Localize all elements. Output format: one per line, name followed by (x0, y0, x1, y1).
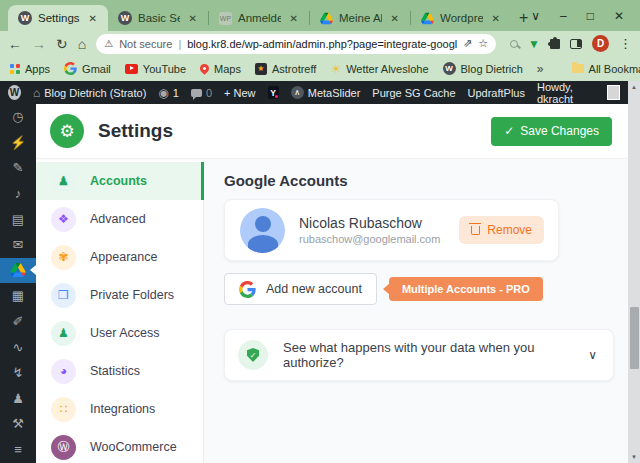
nav-item-woocommerce[interactable]: Ⓦ WooCommerce (36, 428, 203, 463)
sidebar-item-posts[interactable]: ✎ (0, 155, 36, 181)
add-account-label: Add new account (266, 282, 362, 296)
bookmark-apps[interactable]: Apps (10, 63, 50, 75)
sidebar-item-tools[interactable]: ⚒ (0, 411, 36, 437)
yoast-seo-icon[interactable]: Y (268, 86, 279, 99)
tab-anmelded[interactable]: WP Anmelded ✕ (209, 5, 309, 31)
nav-label: Statistics (90, 364, 140, 378)
bookmarks-overflow-icon[interactable]: » (537, 62, 544, 76)
account-avatar (240, 208, 285, 253)
close-tab-icon[interactable]: ✕ (388, 12, 402, 25)
scrollbar-thumb[interactable] (630, 307, 639, 369)
search-extension-icon[interactable] (510, 40, 518, 48)
google-drive-favicon-icon (421, 12, 434, 25)
back-icon[interactable]: ← (8, 36, 22, 52)
close-tab-icon[interactable]: ✕ (287, 12, 301, 25)
sidebar-item-forms[interactable]: ▦ (0, 283, 36, 309)
howdy-label: Howdy, dkracht (537, 81, 601, 105)
bookmark-youtube[interactable]: YouTube (125, 63, 186, 75)
nav-item-private-folders[interactable]: ❒ Private Folders (36, 276, 203, 314)
tab-title: Basic Setu (138, 12, 180, 24)
nav-item-appearance[interactable]: ✾ Appearance (36, 238, 203, 276)
close-tab-icon[interactable]: ✕ (186, 12, 200, 25)
extensions-puzzle-icon[interactable] (550, 39, 560, 49)
privacy-accordion[interactable]: ✓ See what happens with your data when y… (224, 329, 614, 381)
bookmark-maps[interactable]: Maps (200, 63, 241, 75)
browser-menu-icon[interactable]: ⋮ (619, 36, 632, 51)
nav-item-accounts[interactable]: ♟ Accounts (36, 162, 203, 200)
close-tab-icon[interactable]: ✕ (489, 12, 503, 25)
scroll-up-icon[interactable]: ▲ (631, 81, 637, 93)
close-tab-icon[interactable]: ✕ (86, 12, 100, 25)
tab-settings[interactable]: W Settings - ✕ (8, 5, 108, 31)
bookmarks-bar: Apps Gmail YouTube Maps ★ Astrotreff ☀ W… (0, 56, 640, 81)
sidebar-item-comments[interactable]: ✉ (0, 232, 36, 258)
sidebar-item-pages[interactable]: ▤ (0, 206, 36, 232)
sidebar-item-settings[interactable]: ≡ (0, 437, 36, 463)
home-icon[interactable]: ⌂ (78, 36, 86, 52)
adminbar-views[interactable]: ◉ 1 (158, 86, 179, 100)
side-panel-icon[interactable] (570, 39, 582, 49)
sidebar-item-performance[interactable]: ⚡ (0, 130, 36, 156)
nav-item-statistics[interactable]: ◕ Statistics (36, 352, 203, 390)
nav-item-user-access[interactable]: ♟ User Access (36, 314, 203, 352)
nav-item-integrations[interactable]: ∷ Integrations (36, 390, 203, 428)
apps-grid-icon (10, 64, 20, 74)
purge-cache-label: Purge SG Cache (372, 87, 455, 99)
forward-icon[interactable]: → (32, 36, 46, 52)
add-new-account-button[interactable]: Add new account (224, 273, 377, 305)
share-icon[interactable]: ⇗ (463, 37, 472, 50)
chevron-down-icon[interactable]: ∨ (588, 348, 597, 362)
close-window-button[interactable]: ✕ (614, 9, 624, 23)
sidebar-item-snippets[interactable]: ∿ (0, 334, 36, 360)
multiple-accounts-pro-badge[interactable]: Multiple Accounts - PRO (389, 277, 543, 301)
page-title: Settings (98, 120, 173, 142)
tab-search-icon[interactable]: ∨ (531, 9, 540, 23)
users-icon: ♟ (51, 321, 76, 346)
browser-toolbar: ← → ↻ ⌂ ⚠ Not secure | blog.kr8.de/wp-ad… (0, 31, 640, 56)
scroll-down-icon[interactable]: ▼ (631, 451, 637, 463)
save-changes-button[interactable]: ✓ Save Changes (491, 117, 612, 146)
remove-account-button[interactable]: Remove (459, 216, 544, 244)
tab-basic-setup[interactable]: W Basic Setu ✕ (108, 5, 208, 31)
sidebar-item-plugins[interactable]: ↯ (0, 360, 36, 386)
download-extension-icon[interactable]: ▼ (528, 37, 540, 51)
sidebar-item-dashboard[interactable]: ◷ (0, 104, 36, 130)
privacy-question: See what happens with your data when you… (283, 340, 573, 370)
sidebar-item-media[interactable]: ♪ (0, 181, 36, 207)
page-scrollbar[interactable]: ▲ ▼ (628, 81, 640, 463)
address-bar[interactable]: ⚠ Not secure | blog.kr8.de/wp-admin/admi… (96, 34, 496, 54)
sidebar-item-appearance[interactable]: ✐ (0, 309, 36, 335)
tab-meine-ablage[interactable]: Meine Ab ✕ (310, 5, 410, 31)
bookmark-wetter[interactable]: ☀ Wetter Alveslohe (330, 62, 428, 76)
nav-item-advanced[interactable]: ❖ Advanced (36, 200, 203, 238)
adminbar-metaslider[interactable]: ∧ MetaSlider (291, 86, 361, 99)
adminbar-site-link[interactable]: ⌂ Blog Dietrich (Strato) (33, 86, 146, 100)
profile-avatar[interactable]: D (592, 35, 609, 52)
new-label: + New (224, 87, 256, 99)
bookmark-astrotreff[interactable]: ★ Astrotreff (255, 63, 316, 75)
all-bookmarks-button[interactable]: All Bookmarks (572, 63, 640, 75)
minimize-button[interactable]: – (560, 9, 567, 23)
nav-label: Appearance (90, 250, 157, 264)
settings-content: Google Accounts Nicolas Rubaschow rubasc… (204, 160, 628, 463)
eye-icon: ◉ (158, 86, 168, 100)
bookmark-star-icon[interactable]: ☆ (478, 37, 488, 50)
adminbar-updraftplus[interactable]: UpdraftPlus (468, 87, 525, 99)
bookmark-gmail[interactable]: Gmail (64, 62, 111, 75)
maximize-button[interactable]: □ (587, 9, 594, 23)
folder-icon: ❒ (51, 283, 76, 308)
sidebar-item-users[interactable]: ♟ (0, 386, 36, 412)
adminbar-new-button[interactable]: + New (224, 87, 256, 99)
adminbar-comments[interactable]: 0 (191, 87, 212, 99)
adminbar-account[interactable]: Howdy, dkracht (537, 81, 620, 105)
bookmark-blog-dietrich[interactable]: W Blog Dietrich (443, 62, 523, 75)
new-tab-button[interactable]: + (519, 9, 528, 27)
tab-wordpress[interactable]: Wordpres ✕ (411, 5, 511, 31)
bookmark-label: All Bookmarks (589, 63, 640, 75)
adminbar-purge-cache[interactable]: Purge SG Cache (372, 87, 455, 99)
wordpress-logo-icon[interactable]: W (8, 85, 21, 100)
palette-icon: ✾ (51, 245, 76, 270)
sidebar-item-google-drive[interactable] (0, 258, 36, 284)
reload-icon[interactable]: ↻ (56, 36, 68, 52)
not-secure-warning-icon[interactable]: ⚠ (104, 38, 113, 49)
